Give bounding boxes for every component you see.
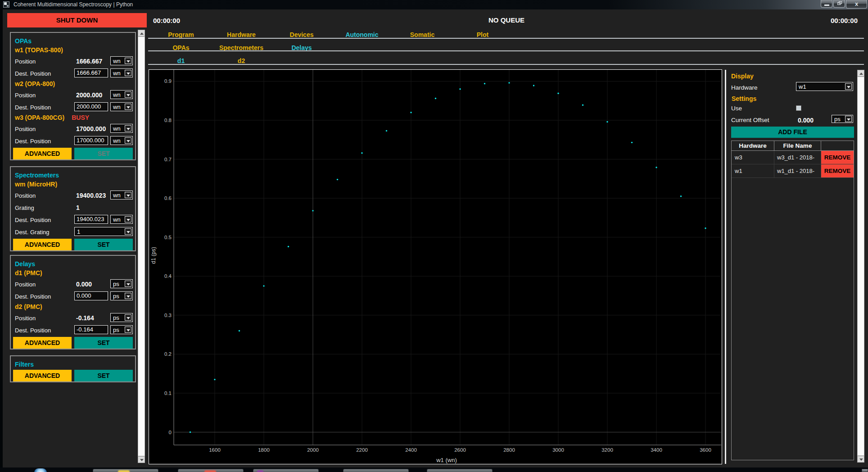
tab-hardware[interactable]: Hardware xyxy=(227,31,256,38)
scatter-plot[interactable]: 00.10.20.30.40.50.60.70.80.9160018002000… xyxy=(149,69,722,464)
scroll-up-icon[interactable] xyxy=(857,70,864,77)
position-value: 19400.023 xyxy=(76,192,106,199)
panel-row: Dest. Position1666.667wn xyxy=(11,67,135,79)
x-tick-label: 2400 xyxy=(405,447,417,453)
dest-position-input[interactable]: 0.000 xyxy=(74,291,108,300)
minimize-button[interactable] xyxy=(821,0,832,8)
hardware-group-name: w2 (OPA-800) xyxy=(15,79,135,89)
remove-file-button[interactable]: REMOVE xyxy=(821,151,854,164)
dest-position-input[interactable]: 2000.000 xyxy=(74,102,108,111)
x-tick-label: 2800 xyxy=(503,447,515,453)
tab-somatic[interactable]: Somatic xyxy=(410,31,434,38)
file-table-header-action xyxy=(821,141,854,150)
data-point xyxy=(705,227,706,229)
panel-row: Dest. Position2000.000wn xyxy=(11,101,135,113)
grating-dropdown[interactable]: 1 xyxy=(74,227,133,236)
tab-d2[interactable]: d2 xyxy=(238,57,245,64)
chevron-down-icon xyxy=(125,281,131,287)
chevron-down-icon xyxy=(125,192,131,198)
tab-autonomic[interactable]: Autonomic xyxy=(345,31,378,38)
sidebar-scrollbar[interactable] xyxy=(138,30,145,463)
row-label: Dest. Position xyxy=(15,104,51,110)
dest-position-input[interactable]: 1666.667 xyxy=(74,68,108,77)
tab-d1[interactable]: d1 xyxy=(177,57,185,64)
y-tick-label: 0.5 xyxy=(164,235,172,240)
unit-value: wn xyxy=(113,91,121,99)
start-orb-icon[interactable] xyxy=(34,468,47,472)
scroll-down-icon[interactable] xyxy=(138,456,145,463)
unit-dropdown[interactable]: ps xyxy=(110,279,133,288)
tab-devices[interactable]: Devices xyxy=(290,31,314,38)
unit-dropdown[interactable]: ps xyxy=(110,313,133,322)
tab-program[interactable]: Program xyxy=(168,31,194,38)
position-value: -0.164 xyxy=(76,314,94,322)
hardware-group-name: d1 (PMC) xyxy=(15,268,135,278)
y-tick-label: 0.8 xyxy=(164,118,172,123)
dest-position-input[interactable]: 19400.023 xyxy=(74,215,108,224)
unit-dropdown[interactable]: wn xyxy=(110,215,133,224)
advanced-button[interactable]: ADVANCED xyxy=(13,239,72,250)
x-tick-label: 3200 xyxy=(601,447,613,453)
tab-underline-2 xyxy=(148,50,864,51)
set-button[interactable]: SET xyxy=(74,148,133,159)
hardware-name: w2 (OPA-800) xyxy=(15,80,55,87)
chevron-down-icon xyxy=(125,228,131,235)
shutdown-button[interactable]: SHUT DOWN xyxy=(7,13,147,27)
remove-file-button[interactable]: REMOVE xyxy=(821,164,854,177)
file-row-filename: w1_d1 - 2018- xyxy=(774,164,821,177)
hardware-dropdown[interactable]: w1 xyxy=(796,82,853,91)
unit-dropdown[interactable]: ps xyxy=(110,325,133,334)
unit-dropdown[interactable]: wn xyxy=(110,90,133,99)
unit-dropdown[interactable]: wn xyxy=(110,102,133,111)
unit-dropdown[interactable]: ps xyxy=(110,291,133,300)
offset-unit-dropdown[interactable]: ps xyxy=(832,115,853,123)
unit-dropdown[interactable]: wn xyxy=(110,56,133,65)
dest-position-input[interactable]: 17000.000 xyxy=(74,136,108,145)
unit-dropdown[interactable]: wn xyxy=(110,136,133,145)
data-point xyxy=(386,130,387,132)
restore-button[interactable] xyxy=(833,0,845,8)
dest-position-input[interactable]: -0.164 xyxy=(74,325,108,334)
panel-row: Position-0.164ps xyxy=(11,312,135,324)
data-point xyxy=(337,179,338,180)
show-desktop-button[interactable] xyxy=(862,469,868,472)
taskbar-app-3[interactable] xyxy=(253,469,319,472)
set-button[interactable]: SET xyxy=(74,337,133,349)
sidebar-scrollbar-thumb[interactable] xyxy=(138,36,145,456)
unit-dropdown[interactable]: wn xyxy=(110,191,133,200)
scroll-down-icon[interactable] xyxy=(857,456,864,463)
scroll-up-icon[interactable] xyxy=(138,30,145,36)
advanced-button[interactable]: ADVANCED xyxy=(13,337,72,349)
data-point xyxy=(582,104,583,106)
tab-plot[interactable]: Plot xyxy=(477,31,488,38)
window-title: Coherent Multidimensional Spectroscopy |… xyxy=(14,1,133,8)
add-file-button[interactable]: ADD FILE xyxy=(731,127,854,138)
unit-dropdown[interactable]: wn xyxy=(110,68,133,77)
file-table-header: Hardware File Name xyxy=(732,141,854,151)
advanced-button[interactable]: ADVANCED xyxy=(13,370,72,381)
right-panel-scrollbar[interactable] xyxy=(857,70,864,463)
taskbar-app-5[interactable] xyxy=(427,469,493,472)
unit-dropdown[interactable]: wn xyxy=(110,124,133,133)
advanced-button[interactable]: ADVANCED xyxy=(13,148,72,159)
taskbar-app-4[interactable] xyxy=(343,469,409,472)
use-checkbox[interactable] xyxy=(796,105,801,111)
panel-row: Grating1 xyxy=(11,201,135,213)
panel-row: Dest. Position19400.023wn xyxy=(11,213,135,226)
close-button[interactable]: x xyxy=(846,0,867,9)
taskbar-app-2[interactable] xyxy=(178,469,244,472)
data-point xyxy=(484,83,485,84)
set-button[interactable]: SET xyxy=(74,239,133,250)
right-scrollbar-thumb[interactable] xyxy=(857,77,864,456)
file-table-row: w3w3_d1 - 2018-REMOVE xyxy=(732,151,854,164)
dropdown-value: 1 xyxy=(77,228,80,236)
data-point xyxy=(263,285,264,286)
set-button[interactable]: SET xyxy=(74,370,133,381)
hardware-group-name: w1 (TOPAS-800) xyxy=(15,45,135,55)
taskbar-app-1[interactable] xyxy=(93,469,158,472)
x-tick-label: 3000 xyxy=(552,447,564,453)
data-point xyxy=(533,85,534,86)
row-label: Position xyxy=(15,91,36,98)
chevron-down-icon xyxy=(845,83,852,90)
chevron-down-icon xyxy=(845,116,852,122)
